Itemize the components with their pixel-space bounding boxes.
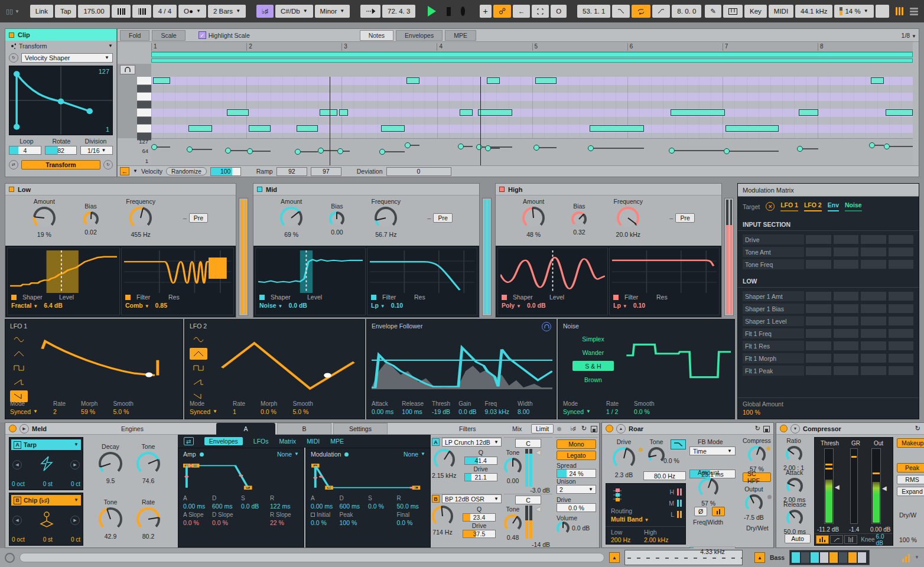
matrix-cell[interactable] <box>888 353 915 363</box>
sidechain-listen-icon[interactable] <box>542 322 551 331</box>
key-map-button[interactable]: Key <box>744 5 767 18</box>
filter-a-type-chooser[interactable]: LP Crunch 12dB▼ <box>442 438 502 447</box>
lane-chooser-chevron[interactable]: ▼ <box>133 169 138 174</box>
matrix-cell[interactable] <box>860 353 887 363</box>
deviation-field[interactable]: 0 <box>386 167 451 176</box>
matrix-cell[interactable] <box>805 353 832 363</box>
arrangement-view-toggle-icon[interactable] <box>910 8 918 15</box>
filter-display[interactable]: FilterRes Lp ▼0.10 <box>367 247 477 315</box>
piano-key[interactable] <box>137 125 151 133</box>
quantization-chooser[interactable]: 2 Bars▼ <box>208 5 246 18</box>
makeup-button[interactable]: Makeup <box>897 438 924 448</box>
transform-collapse-chevron[interactable]: ▼ <box>108 44 113 48</box>
lfo2-smooth[interactable]: Smooth5.0 % <box>292 400 313 415</box>
ramp-from-field[interactable]: 92 <box>276 167 307 176</box>
matrix-cell[interactable] <box>805 291 832 301</box>
triangle-wave-icon[interactable] <box>190 348 207 360</box>
redo-transform-icon[interactable]: ↻ <box>103 160 113 170</box>
filter-a-q-slider[interactable]: 41.4 <box>464 457 497 465</box>
subtab-midi[interactable]: MIDI <box>307 438 320 445</box>
highlight-scale-checkbox[interactable]: ✓ <box>199 31 206 39</box>
hot-swap-icon[interactable]: ↻ <box>755 425 760 432</box>
pre-button[interactable]: Pre <box>675 213 694 223</box>
oct-field[interactable]: 0 oct <box>12 536 25 543</box>
output-knob[interactable] <box>745 494 763 512</box>
mix-a-pan[interactable]: C <box>515 439 541 448</box>
velocity-marker[interactable] <box>535 147 557 148</box>
engine-b-chooser[interactable]: BChip (♭♯)▼ <box>11 495 81 506</box>
bias-knob[interactable] <box>329 211 344 227</box>
mix-b-pan[interactable]: C <box>515 496 541 504</box>
matrix-cell[interactable] <box>860 247 887 257</box>
mod-s[interactable]: S0.0 % <box>368 495 397 510</box>
midi-note[interactable] <box>590 125 644 132</box>
amp-r[interactable]: R122 ms <box>270 495 299 510</box>
tool-refresh-icon[interactable]: ↻ <box>9 53 18 63</box>
engine-a-knob2[interactable] <box>136 452 160 475</box>
matrix-source-lfo2[interactable]: LFO 2 <box>804 201 822 211</box>
matrix-cell[interactable] <box>805 304 832 314</box>
roar-tone-value[interactable]: 0.0 % <box>663 457 679 464</box>
subtab-lfos[interactable]: LFOs <box>253 438 269 445</box>
computer-midi-keyboard-button[interactable] <box>723 5 743 18</box>
device-view-toggle-button[interactable]: ▲ <box>754 552 765 563</box>
bias-knob[interactable] <box>83 211 99 227</box>
capture-midi-button[interactable]: ← <box>513 5 531 18</box>
time-signature-field[interactable]: 4 / 4 <box>153 5 177 18</box>
shaper-type-chooser[interactable]: Poly ▼ <box>502 302 521 309</box>
collapse-icon[interactable]: ▲ <box>616 424 626 434</box>
matrix-cell[interactable] <box>805 259 832 269</box>
release-knob[interactable] <box>786 510 803 526</box>
matrix-cell[interactable] <box>888 259 915 269</box>
unison-chooser[interactable]: 2▼ <box>557 485 596 494</box>
band-activator[interactable] <box>9 187 14 192</box>
saw-up-wave-icon[interactable] <box>10 376 28 388</box>
tempo-field[interactable]: 175.00 <box>78 5 109 18</box>
noise-rate[interactable]: Rate1 / 2 <box>606 400 619 415</box>
matrix-cell[interactable] <box>833 291 860 301</box>
ramp-to-field[interactable]: 97 <box>311 167 341 176</box>
matrix-cell[interactable] <box>833 366 860 376</box>
pre-button[interactable]: Pre <box>189 213 208 223</box>
clear-target-icon[interactable]: ✕ <box>766 202 775 211</box>
matrix-cell[interactable] <box>888 291 915 301</box>
tab-notes[interactable]: Notes <box>360 30 393 41</box>
velocity-marker[interactable] <box>153 146 171 148</box>
piano-key[interactable] <box>137 93 151 101</box>
volume-knob[interactable] <box>557 522 570 535</box>
band-activator[interactable] <box>499 187 505 192</box>
shaper-display[interactable]: ShaperLevel Noise ▼0.0 dB <box>255 247 366 315</box>
overdub-button[interactable]: + <box>480 5 492 18</box>
out-meter[interactable] <box>871 448 881 524</box>
lfo1-mode[interactable]: ModeSynced▼ <box>10 400 38 415</box>
voice-drive-field[interactable]: 0.0 % <box>557 503 596 512</box>
matrix-cell[interactable] <box>860 328 887 338</box>
velocity-marker[interactable] <box>406 145 419 146</box>
save-preset-icon[interactable] <box>763 426 770 432</box>
attack-knob[interactable] <box>786 478 803 494</box>
shaper-activator[interactable] <box>259 295 265 300</box>
rms-button[interactable]: RMS <box>897 475 924 484</box>
punch-in-button[interactable] <box>612 5 630 18</box>
lfo1-waveform-display[interactable] <box>34 334 178 390</box>
matrix-cell[interactable] <box>888 234 915 245</box>
collapsed-view-icon[interactable] <box>816 535 829 544</box>
matrix-cell[interactable] <box>833 234 860 245</box>
velocity-marker[interactable] <box>487 148 500 149</box>
square-wave-icon[interactable] <box>10 362 28 374</box>
amp-a[interactable]: A0.00 ms <box>183 495 212 510</box>
ef-width[interactable]: Width8.00 <box>518 400 533 415</box>
mix-b-volume-handle[interactable]: ◀ <box>536 506 541 512</box>
prev-engine-icon[interactable]: ◀ <box>12 460 22 470</box>
amp-s[interactable]: S0.0 dB <box>241 495 270 510</box>
velocity-marker[interactable] <box>871 145 884 146</box>
engine-b-knob2[interactable] <box>136 507 160 531</box>
lfo1-morph[interactable]: Morph59 % <box>81 400 97 415</box>
clip-header[interactable]: Clip <box>5 29 116 41</box>
filter-b-q-slider[interactable]: 23.4 <box>463 513 496 522</box>
shaper-display[interactable]: ShaperLevel Fractal ▼6.4 dB <box>7 247 120 315</box>
transform-apply-button[interactable]: Transform <box>21 160 100 170</box>
cent-field[interactable]: 0 ct <box>71 536 80 543</box>
mix-a-level[interactable]: -3.0 dB <box>504 487 552 494</box>
noise-type-option[interactable]: Brown <box>572 374 614 384</box>
